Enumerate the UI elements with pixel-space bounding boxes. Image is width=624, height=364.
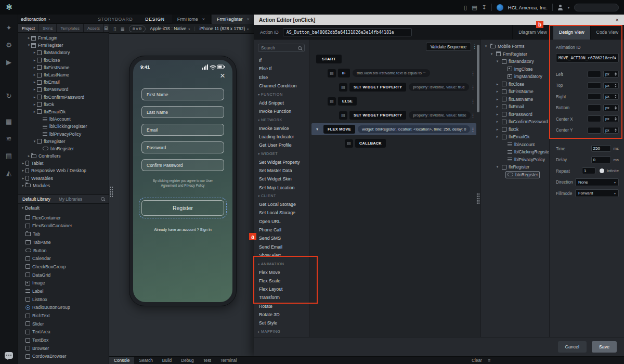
library-widget-item[interactable]: Slider — [18, 320, 109, 328]
library-widget-item[interactable]: Image — [18, 279, 109, 287]
account-caret-icon[interactable]: ▾ — [568, 6, 569, 9]
tree-item[interactable]: flxMandatory — [18, 49, 109, 56]
palette-item[interactable]: CLIENT — [254, 192, 309, 200]
library-widget-item[interactable]: FlexScrollContainer — [18, 222, 109, 230]
palette-item[interactable]: Set Map Location — [254, 183, 309, 191]
expand-icon[interactable] — [32, 87, 37, 92]
expand-icon[interactable] — [495, 120, 500, 124]
palette-item[interactable]: Set Widget Property — [254, 158, 309, 166]
action-id-input[interactable] — [283, 28, 412, 36]
editoraction-menu[interactable]: editoraction▾ — [21, 16, 50, 22]
section-collapse-icon[interactable] — [257, 152, 261, 155]
palette-item[interactable]: Open URL — [254, 217, 309, 226]
rail-icon[interactable]: ▤ — [6, 152, 12, 160]
palette-item[interactable]: Get User Profile — [254, 141, 309, 149]
rail-icon[interactable]: ✦ — [6, 24, 12, 32]
tree-item[interactable]: Modules — [18, 182, 109, 189]
direction-select[interactable]: None▾ — [575, 178, 619, 186]
widget-tree-item[interactable]: flxOk — [481, 126, 549, 134]
library-widget-item[interactable]: Browser — [18, 344, 109, 353]
widget-tree-item[interactable]: flxPassword — [481, 111, 549, 119]
expand-icon[interactable] — [32, 102, 37, 107]
tab-my-libraries[interactable]: My Libraries — [55, 197, 86, 202]
palette-item[interactable]: If — [254, 56, 309, 64]
statusbar-tab[interactable]: Test — [199, 357, 216, 364]
collapse-icon[interactable] — [20, 206, 25, 210]
platform-selector[interactable]: Apple-iOS : Native▾ — [150, 26, 190, 31]
expand-icon[interactable] — [484, 44, 488, 48]
form-input[interactable]: Confirm Password — [141, 159, 224, 171]
expand-icon[interactable] — [27, 36, 31, 40]
widget-tree-item[interactable]: FrmRegister — [481, 50, 549, 58]
palette-item[interactable]: Invoke Function — [254, 107, 309, 115]
support-chat-icon[interactable] — [5, 352, 13, 359]
rail-icon[interactable]: ≋ — [6, 135, 12, 142]
palette-item[interactable]: Set Widget Skin — [254, 175, 309, 183]
outline-icon[interactable]: ≣ — [121, 26, 125, 32]
expand-icon[interactable] — [489, 52, 494, 56]
tab-project[interactable]: Project — [18, 24, 39, 32]
signin-link[interactable]: Already have an account ? Sign in — [133, 227, 232, 232]
expand-icon[interactable] — [21, 176, 25, 180]
node-menu-icon[interactable]: ⋮ — [471, 113, 475, 118]
library-widget-item[interactable]: TextArea — [18, 328, 109, 336]
diagram-view-button[interactable]: Diagram View — [512, 25, 553, 40]
expand-icon[interactable] — [32, 80, 37, 84]
expand-icon[interactable] — [21, 168, 25, 173]
expand-icon[interactable] — [32, 110, 37, 114]
widget-tree-item[interactable]: flxMandatory — [481, 58, 549, 66]
library-widget-item[interactable]: Tab — [18, 230, 109, 238]
statusbar-tab[interactable]: Terminal — [216, 357, 241, 364]
tree-item[interactable]: FrmRegister — [18, 42, 109, 49]
widget-tree-item[interactable]: imgMandatory — [481, 73, 549, 81]
expand-icon[interactable] — [32, 139, 37, 144]
form-close-icon[interactable]: × — [220, 71, 225, 80]
library-widget-item[interactable]: CordovaBrowser — [18, 353, 109, 361]
statusbar-menu-icon[interactable]: ≡ — [488, 358, 490, 363]
widget-tree-item[interactable]: lblClickingRegister — [481, 148, 549, 156]
expand-icon[interactable] — [21, 161, 25, 165]
palette-item[interactable]: Send Email — [254, 243, 309, 251]
tree-item[interactable]: flxPassword — [18, 86, 109, 93]
node-menu-icon[interactable]: ⋮ — [471, 85, 475, 90]
palette-item[interactable]: Add Snippet — [254, 98, 309, 107]
tab-skins[interactable]: Skins — [39, 24, 57, 32]
expand-icon[interactable] — [495, 59, 500, 63]
flow-node[interactable]: ▾ ▤ IF this.view.txtFirstName.text is eq… — [314, 66, 475, 80]
rail-icon[interactable]: ⚙ — [6, 41, 12, 49]
library-widget-item[interactable]: TabPane — [18, 238, 109, 246]
tab-frmregister[interactable]: FrmRegister× — [212, 15, 255, 24]
expand-icon[interactable] — [32, 73, 37, 77]
palette-item[interactable]: Set Master Data — [254, 166, 309, 175]
tree-item[interactable]: flxConfirmPassword — [18, 94, 109, 101]
palette-item[interactable]: Send SMS — [254, 234, 309, 242]
expand-icon[interactable] — [27, 43, 31, 47]
library-widget-item[interactable]: FlexContainer — [18, 214, 109, 222]
library-widget-item[interactable]: RichText — [18, 311, 109, 320]
palette-item[interactable]: Set Style — [254, 319, 309, 327]
close-icon[interactable]: × — [202, 17, 205, 22]
widget-tree-item[interactable]: flxFirstName — [481, 88, 549, 96]
repeat-input[interactable] — [582, 167, 595, 174]
statusbar-tab[interactable]: Build — [158, 357, 176, 364]
tree-item[interactable]: Tablet — [18, 160, 109, 167]
form-input[interactable]: Email — [141, 124, 224, 136]
library-widget-item[interactable]: TextBox — [18, 336, 109, 344]
expand-icon[interactable] — [32, 95, 37, 99]
statusbar-tab[interactable]: Debug — [176, 357, 198, 364]
device-preview-icon[interactable]: ▯ — [464, 4, 467, 11]
statusbar-tab[interactable]: Search — [134, 357, 157, 364]
rail-icon[interactable]: ↻ — [6, 92, 12, 100]
node-menu-icon[interactable]: ⋮ — [471, 127, 475, 132]
add-icon[interactable]: ⊞ — [104, 25, 108, 31]
rail-icon[interactable]: ▦ — [6, 118, 12, 125]
form-input[interactable]: Last Name — [141, 106, 224, 118]
node-menu-icon[interactable]: ⋮ — [471, 99, 475, 104]
palette-item[interactable]: MAPPING — [254, 328, 309, 336]
flow-node[interactable]: ▾ ▤ START ⋮ — [314, 52, 475, 66]
widget-tree-item[interactable]: lblPrivacyPolicy — [481, 156, 549, 164]
tree-item[interactable]: Controllers — [18, 152, 109, 160]
library-widget-item[interactable]: Calendar — [18, 254, 109, 263]
flow-scrollbar[interactable] — [477, 45, 479, 112]
palette-item[interactable]: Phone Call — [254, 226, 309, 234]
